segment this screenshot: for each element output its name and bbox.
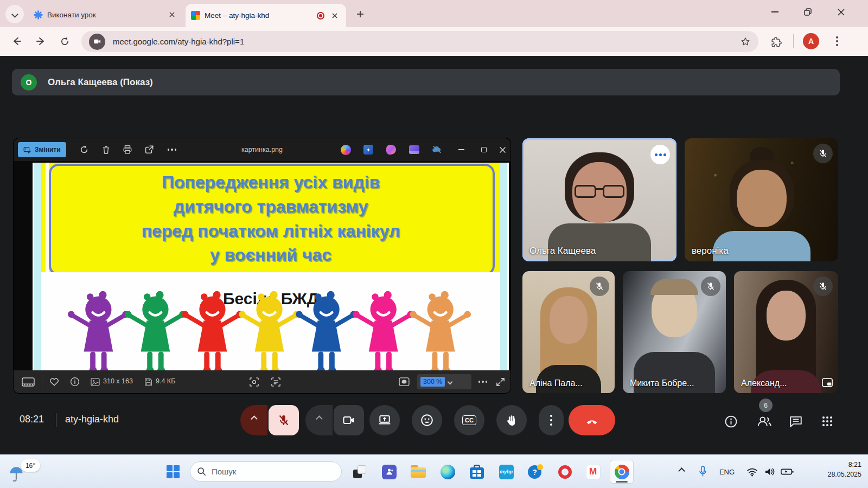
- weather-widget[interactable]: 16°: [9, 459, 41, 484]
- task-view-button[interactable]: [349, 461, 370, 482]
- back-button[interactable]: [7, 31, 27, 52]
- chrome-icon: [615, 465, 629, 479]
- weather-temp: 16°: [21, 459, 40, 472]
- tile-olha-kashcheieva[interactable]: Ольга Кащеева: [522, 138, 676, 261]
- mic-off-icon: [277, 414, 290, 427]
- raise-hand-button[interactable]: [496, 405, 527, 435]
- ocr-text-icon[interactable]: [269, 375, 283, 388]
- mic-toggle-button[interactable]: [269, 405, 299, 435]
- participants-button[interactable]: [755, 413, 774, 429]
- language-indicator[interactable]: ENG: [715, 465, 739, 479]
- tab-search-button[interactable]: [5, 5, 24, 23]
- window-restore-button[interactable]: [795, 0, 820, 24]
- rotate-icon[interactable]: [78, 143, 91, 156]
- teams-button[interactable]: [379, 461, 399, 482]
- reload-button[interactable]: [54, 31, 75, 52]
- zoom-level[interactable]: 300 %: [420, 377, 445, 387]
- photos-maximize-button[interactable]: [475, 138, 493, 161]
- image-dimensions: 310 x 163: [103, 377, 133, 385]
- recording-indicator-icon: [317, 12, 324, 20]
- tile-menu-button[interactable]: [650, 145, 670, 164]
- present-screen-button[interactable]: [369, 405, 400, 435]
- photos-close-button[interactable]: [494, 138, 510, 161]
- tray-expand-button[interactable]: [675, 466, 688, 479]
- new-tab-button[interactable]: [353, 7, 368, 22]
- participant-name: вероніка: [692, 246, 729, 256]
- participants-count-badge: 6: [759, 399, 773, 412]
- designer-icon[interactable]: [385, 143, 398, 156]
- camera-toggle-button[interactable]: [334, 405, 364, 435]
- battery-icon[interactable]: [779, 465, 795, 479]
- chevron-up-icon: [678, 467, 685, 474]
- reactions-button[interactable]: [412, 405, 442, 435]
- copilot-icon[interactable]: [339, 143, 352, 156]
- statusbar-divider: [42, 374, 42, 389]
- chevron-down-icon: [11, 11, 18, 18]
- photos-minimize-button[interactable]: [452, 138, 470, 161]
- tab-meet[interactable]: Meet – aty-hgia-khd: [186, 4, 346, 27]
- mic-options-button[interactable]: [240, 405, 267, 435]
- profile-avatar[interactable]: A: [803, 33, 819, 49]
- tab-close-icon[interactable]: [329, 10, 341, 22]
- gallery-icon[interactable]: [407, 143, 420, 156]
- picture-in-picture-icon[interactable]: [821, 376, 834, 389]
- delete-icon[interactable]: [99, 143, 112, 156]
- slide-lower-panel: Бесіда БЖД: [41, 272, 500, 370]
- taskbar-clock[interactable]: 8:21 28.05.2025: [827, 460, 861, 479]
- get-help-button[interactable]: ?: [525, 461, 546, 482]
- forward-button[interactable]: [30, 31, 51, 52]
- meeting-info-button[interactable]: [723, 413, 739, 429]
- tile-veronika[interactable]: вероніка: [685, 138, 838, 261]
- filmstrip-icon[interactable]: [20, 375, 36, 388]
- gmail-button[interactable]: M: [583, 461, 603, 482]
- captions-button[interactable]: CC: [454, 405, 484, 435]
- extensions-icon[interactable]: [768, 34, 784, 50]
- opera-button[interactable]: [554, 461, 575, 482]
- window-minimize-button[interactable]: [762, 0, 787, 24]
- statusbar-more-icon[interactable]: [476, 375, 490, 388]
- fit-to-window-icon[interactable]: [397, 375, 412, 388]
- url-bar[interactable]: meet.google.com/aty-hgia-khd?pli=1: [81, 31, 758, 52]
- bookmark-star-icon[interactable]: [740, 36, 751, 47]
- microsoft-store-button[interactable]: [467, 461, 487, 482]
- tab-vykonaty-urok[interactable]: Виконати урок: [28, 4, 183, 25]
- auto-enhance-icon[interactable]: ✦: [362, 143, 375, 156]
- file-explorer-button[interactable]: [408, 461, 429, 482]
- file-info-icon[interactable]: [68, 375, 82, 388]
- start-button[interactable]: [163, 461, 183, 482]
- chevron-down-icon: [448, 379, 453, 384]
- print-icon[interactable]: [121, 143, 134, 156]
- more-options-button[interactable]: [539, 405, 564, 435]
- favorite-heart-icon[interactable]: [47, 375, 61, 388]
- chrome-button[interactable]: [610, 460, 634, 484]
- wifi-icon[interactable]: [744, 465, 760, 479]
- file-size: 9.4 КБ: [156, 377, 175, 385]
- share-icon[interactable]: [143, 143, 156, 156]
- camera-in-use-icon[interactable]: [89, 34, 105, 50]
- volume-icon[interactable]: [762, 465, 777, 479]
- myhp-button[interactable]: myhp: [496, 461, 516, 482]
- tile-aleksandra[interactable]: Александ...: [734, 271, 838, 393]
- visual-search-icon[interactable]: [247, 375, 261, 388]
- store-icon: [470, 465, 484, 479]
- teams-icon: [382, 465, 397, 479]
- edit-image-button[interactable]: Змінити: [18, 142, 66, 157]
- help-icon: ?: [528, 464, 543, 479]
- tile-alina[interactable]: Аліна Пала...: [522, 271, 615, 393]
- chat-button[interactable]: [788, 413, 804, 429]
- edge-button[interactable]: [437, 461, 458, 482]
- browser-menu-button[interactable]: [829, 33, 845, 49]
- apps-grid-button[interactable]: [819, 413, 835, 429]
- tile-mykyta[interactable]: Микита Бобре...: [623, 271, 726, 393]
- taskbar-search[interactable]: Пошук: [190, 461, 342, 481]
- window-close-button[interactable]: [828, 0, 853, 24]
- zoom-control[interactable]: 300 %: [417, 374, 471, 389]
- cloud-off-icon[interactable]: [430, 143, 443, 156]
- tab-close-icon[interactable]: [166, 9, 178, 21]
- more-options-icon[interactable]: [165, 143, 178, 156]
- camera-options-button[interactable]: [305, 405, 333, 435]
- meeting-code: aty-hgia-khd: [65, 414, 119, 425]
- mic-in-use-tray-icon[interactable]: [695, 464, 710, 480]
- fullscreen-expand-icon[interactable]: [493, 375, 507, 388]
- leave-call-button[interactable]: [569, 405, 615, 435]
